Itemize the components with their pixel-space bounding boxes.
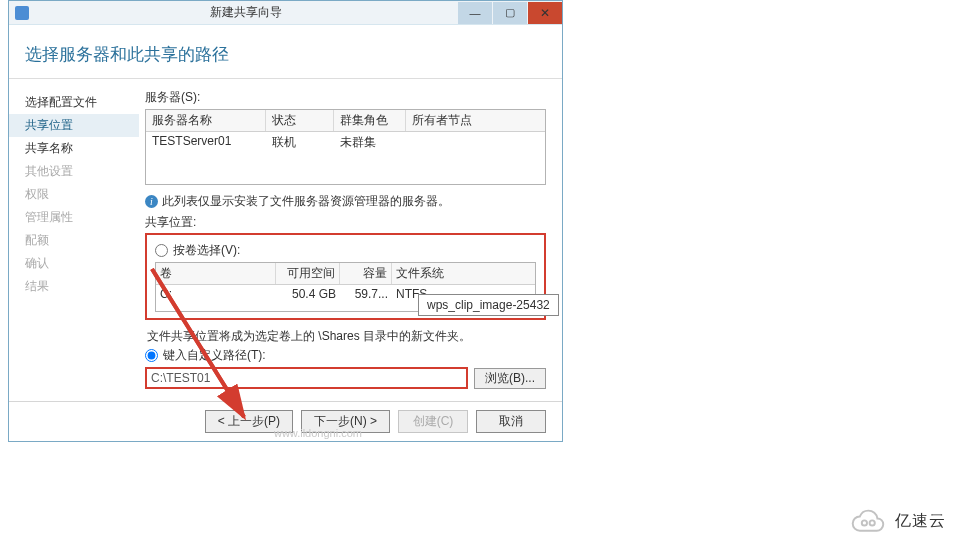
radio-by-volume[interactable]: 按卷选择(V):	[155, 242, 536, 259]
col-cluster-role[interactable]: 群集角色	[334, 110, 406, 131]
cell-free: 50.4 GB	[276, 285, 340, 303]
window-title: 新建共享向导	[35, 4, 457, 21]
cell-owner-node	[406, 132, 545, 153]
footer-logo-text: 亿速云	[895, 511, 946, 532]
maximize-icon: ▢	[505, 6, 515, 19]
wizard-body: 选择配置文件 共享位置 共享名称 其他设置 权限 管理属性 配额 确认 结果 服…	[9, 78, 562, 395]
image-tooltip: wps_clip_image-25432	[418, 294, 559, 316]
watermark-text: www.ildongni.com	[274, 427, 362, 439]
wizard-steps-sidebar: 选择配置文件 共享位置 共享名称 其他设置 权限 管理属性 配额 确认 结果	[9, 79, 139, 395]
cell-cluster-role: 未群集	[334, 132, 406, 153]
servers-info-line: i此列表仅显示安装了文件服务器资源管理器的服务器。	[145, 193, 546, 210]
app-icon	[15, 6, 29, 20]
step-select-profile[interactable]: 选择配置文件	[9, 91, 139, 114]
col-status[interactable]: 状态	[266, 110, 334, 131]
title-bar: 新建共享向导 — ▢ ✕	[9, 1, 562, 25]
svg-point-2	[862, 520, 867, 525]
minimize-icon: —	[470, 7, 481, 19]
create-button: 创建(C)	[398, 410, 468, 433]
step-result: 结果	[9, 275, 139, 298]
radio-by-volume-label: 按卷选择(V):	[173, 242, 240, 259]
step-share-name[interactable]: 共享名称	[9, 137, 139, 160]
step-permissions: 权限	[9, 183, 139, 206]
share-location-note: 文件共享位置将成为选定卷上的 \Shares 目录中的新文件夹。	[147, 328, 546, 345]
info-text: 此列表仅显示安装了文件服务器资源管理器的服务器。	[162, 194, 450, 208]
step-share-location[interactable]: 共享位置	[9, 114, 139, 137]
radio-by-volume-input[interactable]	[155, 244, 168, 257]
cloud-icon	[845, 508, 889, 534]
radio-custom-path-label: 键入自定义路径(T):	[163, 347, 266, 364]
maximize-button[interactable]: ▢	[493, 2, 527, 24]
col-volume[interactable]: 卷	[156, 263, 276, 284]
step-confirm: 确认	[9, 252, 139, 275]
custom-path-input-highlighted[interactable]: C:\TEST01	[145, 367, 468, 389]
cell-capacity: 59.7...	[340, 285, 392, 303]
col-free[interactable]: 可用空间	[276, 263, 340, 284]
footer-logo: 亿速云	[845, 508, 946, 534]
radio-custom-path-input[interactable]	[145, 349, 158, 362]
browse-button[interactable]: 浏览(B)...	[474, 368, 546, 389]
cell-volume: C:	[156, 285, 276, 303]
volume-table-header: 卷 可用空间 容量 文件系统	[156, 263, 535, 285]
svg-point-3	[870, 520, 875, 525]
wizard-dialog: 新建共享向导 — ▢ ✕ 选择服务器和此共享的路径 选择配置文件 共享位置 共享…	[8, 0, 563, 442]
window-controls: — ▢ ✕	[457, 1, 562, 25]
cell-status: 联机	[266, 132, 334, 153]
servers-list-header: 服务器名称 状态 群集角色 所有者节点	[146, 110, 545, 132]
server-row[interactable]: TESTServer01 联机 未群集	[146, 132, 545, 153]
servers-listbox[interactable]: 服务器名称 状态 群集角色 所有者节点 TESTServer01 联机 未群集	[145, 109, 546, 185]
servers-label: 服务器(S):	[145, 89, 546, 106]
col-owner-node[interactable]: 所有者节点	[406, 110, 545, 131]
step-quota: 配额	[9, 229, 139, 252]
col-capacity[interactable]: 容量	[340, 263, 392, 284]
cancel-button[interactable]: 取消	[476, 410, 546, 433]
col-filesystem[interactable]: 文件系统	[392, 263, 535, 284]
custom-path-row: C:\TEST01 浏览(B)...	[145, 367, 546, 389]
col-server-name[interactable]: 服务器名称	[146, 110, 266, 131]
close-icon: ✕	[540, 6, 550, 20]
radio-custom-path[interactable]: 键入自定义路径(T):	[145, 347, 546, 364]
wizard-main-pane: 服务器(S): 服务器名称 状态 群集角色 所有者节点 TESTServer01…	[139, 79, 562, 395]
step-management-properties: 管理属性	[9, 206, 139, 229]
info-icon: i	[145, 195, 158, 208]
minimize-button[interactable]: —	[458, 2, 492, 24]
step-other-settings: 其他设置	[9, 160, 139, 183]
close-button[interactable]: ✕	[528, 2, 562, 24]
cell-server-name: TESTServer01	[146, 132, 266, 153]
share-location-label: 共享位置:	[145, 214, 546, 231]
wizard-header: 选择服务器和此共享的路径	[9, 25, 562, 78]
